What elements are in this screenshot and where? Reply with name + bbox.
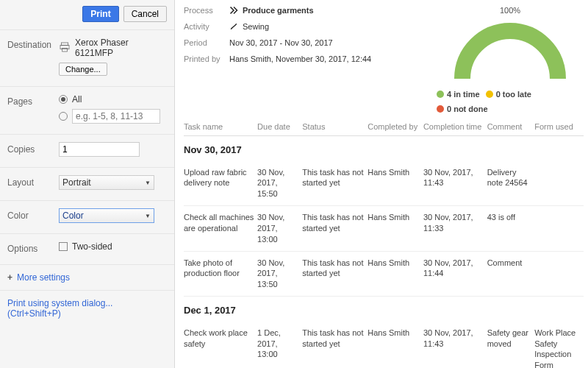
tasks-table: Task name Due date Status Completed by C…: [184, 118, 584, 368]
copies-label: Copies: [7, 142, 59, 155]
activity-value: Sewing: [243, 22, 269, 31]
date-group: Nov 30, 2017: [184, 136, 584, 161]
chevron-down-icon: ▼: [145, 180, 151, 186]
destination-label: Destination: [7, 38, 59, 50]
cell-due: 30 Nov, 2017, 15:50: [257, 161, 302, 206]
cell-due: 1 Dec, 2017, 13:00: [257, 322, 302, 368]
color-label: Color: [7, 208, 59, 221]
print-preview: Process Produce garments Activity Sewing…: [175, 0, 588, 368]
print-button[interactable]: Print: [82, 6, 118, 22]
printer-icon: [59, 41, 71, 55]
options-label: Options: [7, 241, 59, 254]
cell-comment: Comment: [487, 251, 535, 297]
dot-yellow-icon: [486, 91, 493, 98]
cell-form: [534, 206, 584, 252]
cell-status: This task has not started yet: [302, 161, 368, 206]
more-settings-link[interactable]: More settings: [17, 272, 70, 283]
legend-intime: 4 in time: [447, 90, 480, 99]
cell-comment: Safety gear moved: [487, 322, 535, 368]
pages-range-radio[interactable]: [59, 112, 68, 121]
cell-form: [534, 251, 584, 297]
dot-green-icon: [437, 91, 444, 98]
printer-name: Xerox Phaser 6121MFP: [75, 38, 167, 58]
copies-input[interactable]: [59, 142, 140, 157]
cell-by: Hans Smith: [368, 206, 423, 252]
two-sided-label: Two-sided: [72, 241, 112, 252]
th-task: Task name: [184, 118, 257, 136]
completion-gauge: [448, 16, 573, 82]
activity-icon: [229, 22, 238, 31]
cell-done: 30 Nov, 2017, 11:43: [423, 161, 487, 206]
system-dialog-link[interactable]: Print using system dialog... (Ctrl+Shift…: [0, 291, 174, 326]
cell-task: Check work place safety: [184, 322, 257, 368]
th-done: Completion time: [423, 118, 487, 136]
th-form: Form used: [534, 118, 584, 136]
dot-red-icon: [437, 105, 444, 113]
table-row: Upload raw fabric delivery note30 Nov, 2…: [184, 161, 584, 206]
cell-status: This task has not started yet: [302, 206, 368, 252]
activity-label: Activity: [184, 22, 229, 31]
cell-by: Hans Smith: [368, 322, 423, 368]
cancel-button[interactable]: Cancel: [123, 6, 167, 22]
cell-status: This task has not started yet: [302, 251, 368, 297]
pages-all-radio[interactable]: [59, 95, 68, 104]
print-sidebar: Print Cancel Destination Xerox Phaser 61…: [0, 0, 175, 368]
cell-by: Hans Smith: [368, 251, 423, 297]
pages-label: Pages: [7, 94, 59, 107]
cell-done: 30 Nov, 2017, 11:33: [423, 206, 487, 252]
pages-range-input[interactable]: [72, 109, 160, 124]
layout-select[interactable]: Portrait ▼: [59, 175, 154, 190]
period-value: Nov 30, 2017 - Nov 30, 2017: [229, 38, 333, 47]
cell-task: Check all machines are operational: [184, 206, 257, 252]
th-status: Status: [302, 118, 368, 136]
color-select[interactable]: Color ▼: [59, 208, 154, 223]
th-due: Due date: [257, 118, 302, 136]
process-icon: [229, 6, 238, 15]
table-row: Check all machines are operational30 Nov…: [184, 206, 584, 252]
gauge-legend: 4 in time 0 too late 0 not done: [437, 90, 584, 113]
process-label: Process: [184, 6, 229, 15]
cell-due: 30 Nov, 2017, 13:00: [257, 206, 302, 252]
process-value: Produce garments: [243, 6, 314, 15]
period-label: Period: [184, 38, 229, 47]
pages-all-text: All: [72, 94, 82, 105]
date-group: Dec 1, 2017: [184, 297, 584, 322]
legend-toolate: 0 too late: [496, 90, 531, 99]
svg-rect-1: [60, 45, 69, 49]
printedby-value: Hans Smith, November 30, 2017, 12:44: [229, 54, 371, 63]
cell-comment: Delivery note 24564: [487, 161, 535, 206]
layout-value: Portrait: [62, 177, 91, 188]
legend-notdone: 0 not done: [447, 105, 488, 113]
svg-rect-0: [61, 43, 68, 45]
printedby-label: Printed by: [184, 54, 229, 63]
gauge-percent: 100%: [437, 6, 584, 15]
cell-comment: 43 is off: [487, 206, 535, 252]
two-sided-checkbox[interactable]: [59, 242, 68, 251]
cell-task: Take photo of production floor: [184, 251, 257, 297]
cell-task: Upload raw fabric delivery note: [184, 161, 257, 206]
table-row: Check work place safety1 Dec, 2017, 13:0…: [184, 322, 584, 368]
cell-form: Work Place Safety Inspection Form: [534, 322, 584, 368]
plus-icon: +: [7, 272, 12, 283]
th-by: Completed by: [368, 118, 423, 136]
cell-form: [534, 161, 584, 206]
color-value: Color: [62, 210, 84, 221]
chevron-down-icon: ▼: [145, 213, 151, 219]
change-printer-button[interactable]: Change...: [59, 63, 107, 76]
cell-done: 30 Nov, 2017, 11:44: [423, 251, 487, 297]
cell-due: 30 Nov, 2017, 13:50: [257, 251, 302, 297]
layout-label: Layout: [7, 175, 59, 188]
cell-done: 30 Nov, 2017, 11:43: [423, 322, 487, 368]
table-row: Take photo of production floor30 Nov, 20…: [184, 251, 584, 297]
cell-by: Hans Smith: [368, 161, 423, 206]
svg-rect-2: [62, 48, 68, 52]
th-comment: Comment: [487, 118, 535, 136]
cell-status: This task has not started yet: [302, 322, 368, 368]
